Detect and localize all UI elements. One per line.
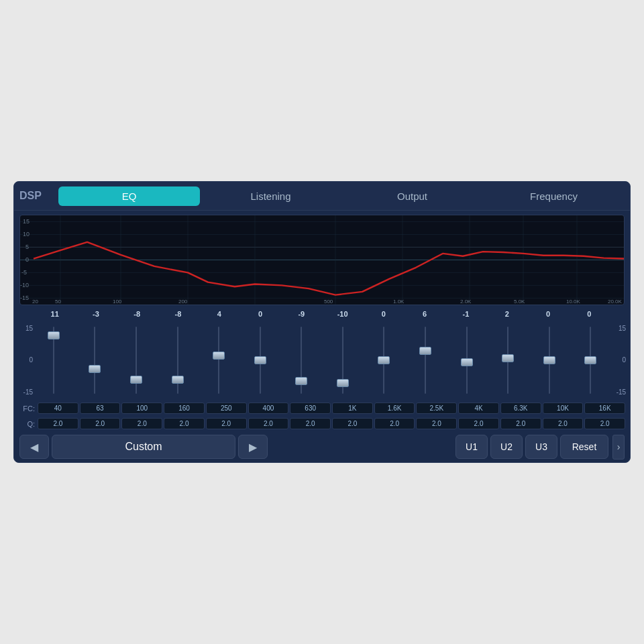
- fader-12[interactable]: [529, 323, 570, 397]
- q-4[interactable]: 2.0: [206, 418, 247, 429]
- svg-text:15: 15: [23, 219, 30, 225]
- val-0: 11: [51, 310, 59, 318]
- svg-text:10: 10: [23, 231, 30, 238]
- val-2: -8: [133, 310, 140, 318]
- fader-11[interactable]: [487, 323, 529, 397]
- q-10[interactable]: 2.0: [458, 418, 499, 429]
- next-button[interactable]: ▶: [238, 435, 268, 459]
- svg-text:-15: -15: [20, 294, 29, 301]
- right-scale: 15 0 -15: [611, 323, 626, 397]
- tab-frequency[interactable]: Frequency: [483, 186, 625, 206]
- svg-text:-10: -10: [20, 282, 29, 288]
- prev-button[interactable]: ◀: [19, 435, 49, 459]
- q-13[interactable]: 2.0: [584, 418, 625, 429]
- tab-listening[interactable]: Listening: [200, 186, 341, 206]
- val-12: 0: [546, 310, 550, 318]
- fc-4[interactable]: 250: [206, 402, 247, 414]
- app-container: DSP EQ Listening Output Frequency: [13, 181, 631, 463]
- fc-2[interactable]: 100: [121, 402, 162, 414]
- fc-12[interactable]: 10K: [543, 402, 584, 414]
- val-9: 6: [423, 310, 427, 318]
- q-5[interactable]: 2.0: [248, 418, 289, 429]
- fader-1[interactable]: [74, 323, 116, 397]
- svg-text:1.0K: 1.0K: [393, 299, 405, 305]
- u3-button[interactable]: U3: [525, 435, 557, 459]
- q-3[interactable]: 2.0: [164, 418, 205, 429]
- fc-10[interactable]: 4K: [458, 402, 499, 414]
- val-10: -1: [463, 310, 470, 318]
- svg-text:5: 5: [25, 244, 29, 251]
- fader-4[interactable]: [198, 323, 239, 397]
- val-7: -10: [337, 310, 348, 318]
- fc-13[interactable]: 16K: [584, 402, 625, 414]
- tab-bar: DSP EQ Listening Output Frequency: [14, 182, 630, 211]
- fc-5[interactable]: 400: [248, 402, 289, 414]
- val-11: 2: [505, 310, 509, 318]
- fc-6[interactable]: 630: [290, 402, 331, 414]
- svg-text:20.0K: 20.0K: [608, 299, 623, 305]
- svg-text:50: 50: [55, 299, 62, 305]
- val-3: -8: [175, 310, 182, 318]
- fader-6[interactable]: [280, 323, 322, 397]
- svg-text:2.0K: 2.0K: [460, 299, 472, 305]
- q-11[interactable]: 2.0: [500, 418, 541, 429]
- val-8: 0: [382, 310, 386, 318]
- tab-eq[interactable]: EQ: [58, 186, 200, 206]
- svg-text:200: 200: [178, 299, 188, 305]
- value-labels-row: 11 -3 -8 -8 4 0 -9 -10 0 6 -1 2 0 0: [18, 308, 626, 320]
- fc-9[interactable]: 2.5K: [416, 402, 457, 414]
- q-7[interactable]: 2.0: [332, 418, 373, 429]
- fc-11[interactable]: 6.3K: [500, 402, 541, 414]
- fc-row: FC: 40 63 100 160 250 400 630 1K 1.6K 2.…: [18, 401, 626, 416]
- left-scale: 15 0 -15: [18, 323, 33, 397]
- faders-area: 15 0 -15: [18, 320, 626, 400]
- fader-0[interactable]: [33, 323, 74, 397]
- preset-name-label: Custom: [52, 435, 235, 459]
- svg-text:100: 100: [113, 299, 122, 305]
- svg-text:10.0K: 10.0K: [566, 299, 581, 305]
- q-8[interactable]: 2.0: [374, 418, 415, 429]
- dsp-label: DSP: [19, 190, 53, 202]
- fader-5[interactable]: [239, 323, 281, 397]
- u2-button[interactable]: U2: [490, 435, 523, 459]
- svg-text:20: 20: [32, 299, 39, 305]
- val-1: -3: [93, 310, 99, 318]
- expand-button[interactable]: ›: [612, 435, 625, 460]
- q-row: Q: 2.0 2.0 2.0 2.0 2.0 2.0 2.0 2.0 2.0 2…: [18, 417, 626, 431]
- fc-1[interactable]: 63: [80, 402, 121, 414]
- faders-section: 11 -3 -8 -8 4 0 -9 -10 0 6 -1 2 0 0 15 0…: [14, 308, 630, 432]
- q-1[interactable]: 2.0: [80, 418, 121, 429]
- reset-button[interactable]: Reset: [560, 435, 608, 459]
- tab-output[interactable]: Output: [341, 186, 483, 206]
- q-0[interactable]: 2.0: [38, 418, 78, 429]
- fc-3[interactable]: 160: [164, 402, 205, 414]
- fader-7[interactable]: [322, 323, 364, 397]
- fader-10[interactable]: [446, 323, 488, 397]
- q-6[interactable]: 2.0: [290, 418, 331, 429]
- svg-text:5.0K: 5.0K: [514, 299, 525, 305]
- svg-text:-5: -5: [21, 269, 27, 276]
- val-6: -9: [298, 310, 305, 318]
- val-13: 0: [587, 310, 591, 318]
- fc-7[interactable]: 1K: [332, 402, 373, 414]
- svg-text:500: 500: [324, 299, 333, 305]
- val-4: 4: [217, 310, 221, 318]
- q-12[interactable]: 2.0: [543, 418, 584, 429]
- svg-text:0: 0: [25, 257, 29, 264]
- bottom-controls: ◀ Custom ▶ U1 U2 U3 Reset ›: [14, 432, 630, 462]
- fader-13[interactable]: [570, 323, 612, 397]
- fader-8[interactable]: [364, 323, 405, 397]
- q-2[interactable]: 2.0: [121, 418, 162, 429]
- fader-3[interactable]: [157, 323, 199, 397]
- fc-0[interactable]: 40: [38, 402, 78, 414]
- q-9[interactable]: 2.0: [416, 418, 457, 429]
- fader-2[interactable]: [115, 323, 157, 397]
- eq-graph: 15 10 5 0 -5 -10 -15 20 50 100 200 500 1…: [19, 215, 625, 305]
- val-5: 0: [258, 310, 262, 318]
- u1-button[interactable]: U1: [455, 435, 488, 459]
- fc-8[interactable]: 1.6K: [374, 402, 415, 414]
- fader-9[interactable]: [405, 323, 446, 397]
